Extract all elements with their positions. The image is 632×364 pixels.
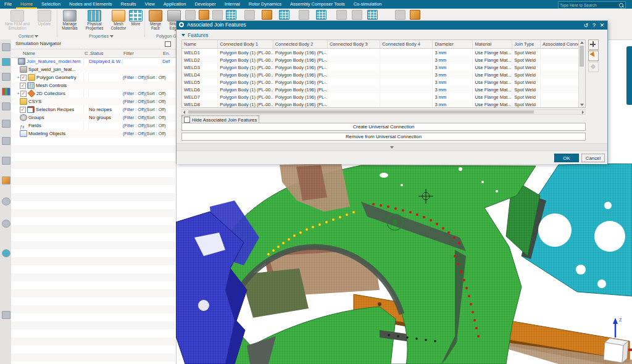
graphics-viewport[interactable]: Z	[176, 163, 632, 364]
tree-row-modeling-objects[interactable]: Modeling Objects (Filter : Off)(Sort : O…	[11, 130, 175, 138]
notification-icon[interactable]	[2, 220, 10, 228]
merge-face-button[interactable]: Merge Face	[146, 10, 165, 31]
tab-rotor-dynamics[interactable]: Rotor Dynamics	[244, 0, 286, 9]
gallery-grid-icon[interactable]	[226, 10, 236, 20]
col-header[interactable]: Connected Body 2	[273, 40, 327, 49]
gear-flash-icon[interactable]	[299, 10, 309, 20]
physical-properties-button[interactable]: Physical Properties	[82, 10, 107, 31]
tab-home[interactable]: Home	[16, 0, 37, 9]
close-icon[interactable]: ✕	[598, 21, 606, 30]
scrollbar-thumb[interactable]	[580, 46, 584, 67]
tab-assembly-composer-tools[interactable]: Assembly Composer Tools	[286, 0, 349, 9]
spark-icon[interactable]	[262, 10, 272, 20]
tree-row-fem-model[interactable]: Join_features_model.fem Displayed & W...…	[11, 57, 175, 65]
scrollbar-thumb[interactable]	[188, 110, 534, 114]
manage-materials-button[interactable]: Manage Materials	[59, 10, 81, 31]
ok-button[interactable]: OK	[554, 154, 579, 162]
cone-icon[interactable]	[185, 10, 196, 20]
col-header[interactable]: Name	[182, 40, 218, 49]
tree-row-selection-recipes[interactable]: ✓ Selection Recipes No recipes (Filter :…	[11, 105, 175, 114]
cancel-button[interactable]: Cancel	[581, 154, 605, 162]
command-search-box[interactable]	[558, 1, 626, 9]
scroll-up-icon[interactable]	[580, 41, 584, 44]
help-icon[interactable]: ?	[590, 21, 598, 30]
tab-file[interactable]: File	[0, 0, 16, 9]
col-header[interactable]: Diameter	[433, 40, 473, 49]
scroll-down-icon[interactable]	[580, 104, 584, 106]
help-panel-icon[interactable]	[2, 311, 10, 319]
col-header[interactable]: Connected Body 4	[380, 40, 433, 49]
roles-icon[interactable]	[2, 157, 10, 165]
col-env[interactable]: En.	[163, 51, 170, 56]
tab-co-simulation[interactable]: Co-simulation	[349, 0, 386, 9]
mesh-collector-button[interactable]: Mesh Collector	[108, 10, 129, 31]
model-cyan-panel[interactable]	[522, 163, 632, 296]
visibility-checkbox[interactable]: ✓	[20, 75, 27, 81]
tab-nodes-and-elements[interactable]: Nodes and Elements	[65, 0, 117, 9]
chevron-down-icon[interactable]	[35, 35, 38, 38]
tree-row-mesh-controls[interactable]: ✓ Mesh Controls	[11, 81, 175, 89]
chevron-down-icon[interactable]	[110, 35, 114, 38]
table-row[interactable]: WELD2Polygon Body (1) (PL-00...Polygon B…	[182, 56, 580, 64]
table-row[interactable]: WELD6Polygon Body (1) (PL-00...Polygon B…	[182, 86, 580, 93]
search-input[interactable]	[559, 3, 619, 7]
part-navigator-icon[interactable]	[2, 73, 10, 81]
tree-row-spot-weld-feature[interactable]: Spot_weld_join_feat...	[11, 65, 175, 73]
tree-row-fields[interactable]: ƒx Fields (Filter : Off)(Sort : Off)	[11, 122, 175, 130]
table-row[interactable]: WELD8Polygon Body (1) (PL-00...Polygon B…	[182, 101, 580, 108]
view-manager-icon[interactable]	[2, 88, 10, 96]
features-section-header[interactable]: Features	[181, 32, 209, 38]
reuse-library-icon[interactable]	[2, 102, 10, 110]
checkbox-box[interactable]	[184, 117, 190, 123]
gallery-grid-icon[interactable]	[367, 10, 378, 20]
tab-internal[interactable]: Internal	[220, 0, 244, 9]
tree-row-polygon-geometry[interactable]: + ✓ Polygon Geometry (Filter : Off)(Sort…	[11, 73, 175, 81]
tab-application[interactable]: Application	[159, 0, 191, 9]
reset-icon[interactable]: ↺	[582, 21, 590, 30]
table-row[interactable]: WELD3Polygon Body (1) (PL-00...Polygon B…	[182, 64, 580, 71]
col-status[interactable]: Status	[90, 51, 103, 56]
vertical-scrollbar[interactable]	[578, 40, 585, 107]
gallery-grid-icon[interactable]	[316, 10, 326, 20]
internet-icon[interactable]	[2, 249, 10, 257]
undock-panel-icon[interactable]	[165, 41, 171, 47]
history-icon[interactable]	[2, 120, 10, 128]
col-header[interactable]: Connected Body 3	[327, 40, 380, 49]
remove-from-universal-connection-button[interactable]: Remove from Universal Connection	[181, 133, 586, 141]
scroll-right-icon[interactable]	[582, 110, 584, 114]
col-header[interactable]: Associated Connection	[541, 40, 580, 49]
eye-icon[interactable]	[395, 10, 405, 20]
docked-panel-tab[interactable]	[626, 46, 632, 105]
frame-measure-icon[interactable]	[352, 10, 362, 20]
tab-view[interactable]: View	[141, 0, 159, 9]
tree-row-2d-collectors[interactable]: + ✓ 2D Collectors (Filter : Off)(Sort : …	[11, 89, 175, 97]
visibility-checkbox[interactable]: ✓	[20, 107, 26, 113]
assembly-navigator-icon[interactable]	[2, 43, 10, 51]
process-navigator-icon[interactable]	[2, 137, 10, 145]
scroll-left-icon[interactable]	[183, 110, 185, 114]
tree-row-csys[interactable]: CSYS (Filter : Off)(Sort : Off)	[11, 97, 175, 105]
col-header[interactable]: Connected Body 1	[218, 40, 273, 49]
tab-results[interactable]: Results	[117, 0, 141, 9]
node-cluster-icon[interactable]	[199, 10, 209, 20]
gallery-grid-icon[interactable]	[279, 10, 289, 20]
table-row[interactable]: WELD7Polygon Body (1) (PL-00...Polygon B…	[182, 93, 580, 101]
touch-mode-icon[interactable]	[2, 197, 10, 205]
collector-stack-icon[interactable]	[212, 10, 223, 20]
col-filter[interactable]: Filter	[123, 51, 134, 56]
select-feature-button[interactable]	[588, 51, 599, 61]
frame-measure-icon[interactable]	[336, 10, 347, 20]
face-box-icon[interactable]	[244, 10, 255, 20]
tab-selection[interactable]: Selection	[37, 0, 65, 9]
col-name[interactable]: Name	[23, 51, 35, 56]
visibility-checkbox[interactable]: ✓	[20, 91, 27, 97]
create-universal-connection-button[interactable]: Create Universal Connection	[181, 123, 586, 131]
table-row[interactable]: WELD5Polygon Body (1) (PL-00...Polygon B…	[182, 78, 580, 86]
simulation-navigator-icon[interactable]	[2, 58, 10, 66]
expand-icon[interactable]: +	[16, 73, 20, 81]
visibility-checkbox[interactable]: ✓	[20, 83, 26, 89]
table-row[interactable]: WELD4Polygon Body (1) (PL-00...Polygon B…	[182, 71, 580, 78]
col-header[interactable]: Join Type	[512, 40, 541, 49]
expand-icon[interactable]: +	[16, 89, 20, 97]
shading-icon[interactable]	[410, 10, 420, 20]
